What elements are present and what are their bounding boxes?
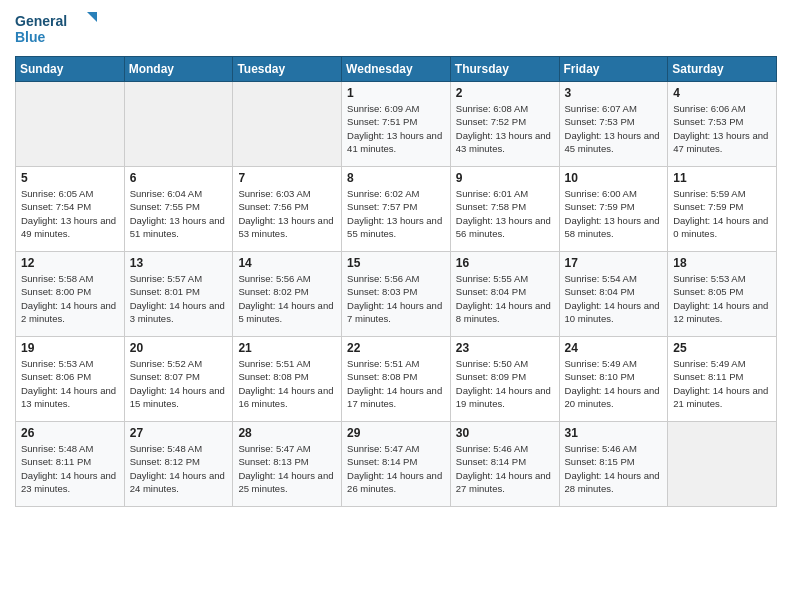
day-number: 20 <box>130 341 228 355</box>
calendar-cell: 13Sunrise: 5:57 AMSunset: 8:01 PMDayligh… <box>124 252 233 337</box>
day-info: Sunrise: 6:07 AMSunset: 7:53 PMDaylight:… <box>565 102 663 155</box>
day-number: 30 <box>456 426 554 440</box>
calendar-cell: 21Sunrise: 5:51 AMSunset: 8:08 PMDayligh… <box>233 337 342 422</box>
day-number: 1 <box>347 86 445 100</box>
day-number: 6 <box>130 171 228 185</box>
day-info: Sunrise: 5:52 AMSunset: 8:07 PMDaylight:… <box>130 357 228 410</box>
svg-text:General: General <box>15 13 67 29</box>
week-row-4: 19Sunrise: 5:53 AMSunset: 8:06 PMDayligh… <box>16 337 777 422</box>
calendar-cell: 6Sunrise: 6:04 AMSunset: 7:55 PMDaylight… <box>124 167 233 252</box>
day-number: 27 <box>130 426 228 440</box>
calendar-cell: 30Sunrise: 5:46 AMSunset: 8:14 PMDayligh… <box>450 422 559 507</box>
day-number: 26 <box>21 426 119 440</box>
day-number: 28 <box>238 426 336 440</box>
day-info: Sunrise: 6:06 AMSunset: 7:53 PMDaylight:… <box>673 102 771 155</box>
calendar-cell: 31Sunrise: 5:46 AMSunset: 8:15 PMDayligh… <box>559 422 668 507</box>
day-number: 29 <box>347 426 445 440</box>
calendar-cell: 23Sunrise: 5:50 AMSunset: 8:09 PMDayligh… <box>450 337 559 422</box>
week-row-2: 5Sunrise: 6:05 AMSunset: 7:54 PMDaylight… <box>16 167 777 252</box>
calendar-cell: 9Sunrise: 6:01 AMSunset: 7:58 PMDaylight… <box>450 167 559 252</box>
calendar-cell: 28Sunrise: 5:47 AMSunset: 8:13 PMDayligh… <box>233 422 342 507</box>
day-info: Sunrise: 6:00 AMSunset: 7:59 PMDaylight:… <box>565 187 663 240</box>
day-info: Sunrise: 5:47 AMSunset: 8:13 PMDaylight:… <box>238 442 336 495</box>
calendar-cell: 29Sunrise: 5:47 AMSunset: 8:14 PMDayligh… <box>342 422 451 507</box>
day-info: Sunrise: 5:49 AMSunset: 8:10 PMDaylight:… <box>565 357 663 410</box>
calendar-cell: 12Sunrise: 5:58 AMSunset: 8:00 PMDayligh… <box>16 252 125 337</box>
day-info: Sunrise: 5:53 AMSunset: 8:06 PMDaylight:… <box>21 357 119 410</box>
weekday-header-saturday: Saturday <box>668 57 777 82</box>
calendar-cell: 17Sunrise: 5:54 AMSunset: 8:04 PMDayligh… <box>559 252 668 337</box>
day-number: 5 <box>21 171 119 185</box>
day-number: 22 <box>347 341 445 355</box>
calendar-cell: 4Sunrise: 6:06 AMSunset: 7:53 PMDaylight… <box>668 82 777 167</box>
day-number: 2 <box>456 86 554 100</box>
day-info: Sunrise: 5:54 AMSunset: 8:04 PMDaylight:… <box>565 272 663 325</box>
calendar-cell: 19Sunrise: 5:53 AMSunset: 8:06 PMDayligh… <box>16 337 125 422</box>
day-number: 14 <box>238 256 336 270</box>
day-info: Sunrise: 5:49 AMSunset: 8:11 PMDaylight:… <box>673 357 771 410</box>
day-info: Sunrise: 6:04 AMSunset: 7:55 PMDaylight:… <box>130 187 228 240</box>
calendar-cell: 1Sunrise: 6:09 AMSunset: 7:51 PMDaylight… <box>342 82 451 167</box>
day-number: 31 <box>565 426 663 440</box>
calendar-cell <box>233 82 342 167</box>
day-info: Sunrise: 5:55 AMSunset: 8:04 PMDaylight:… <box>456 272 554 325</box>
weekday-header-thursday: Thursday <box>450 57 559 82</box>
calendar-cell: 25Sunrise: 5:49 AMSunset: 8:11 PMDayligh… <box>668 337 777 422</box>
day-number: 10 <box>565 171 663 185</box>
day-number: 7 <box>238 171 336 185</box>
calendar-cell: 16Sunrise: 5:55 AMSunset: 8:04 PMDayligh… <box>450 252 559 337</box>
calendar-cell <box>124 82 233 167</box>
calendar-cell: 8Sunrise: 6:02 AMSunset: 7:57 PMDaylight… <box>342 167 451 252</box>
calendar-cell: 27Sunrise: 5:48 AMSunset: 8:12 PMDayligh… <box>124 422 233 507</box>
day-info: Sunrise: 5:59 AMSunset: 7:59 PMDaylight:… <box>673 187 771 240</box>
day-info: Sunrise: 5:58 AMSunset: 8:00 PMDaylight:… <box>21 272 119 325</box>
weekday-header-row: SundayMondayTuesdayWednesdayThursdayFrid… <box>16 57 777 82</box>
calendar-container: General Blue SundayMondayTuesdayWednesda… <box>0 0 792 522</box>
day-number: 21 <box>238 341 336 355</box>
day-number: 15 <box>347 256 445 270</box>
logo: General Blue <box>15 10 105 48</box>
day-number: 8 <box>347 171 445 185</box>
calendar-cell: 2Sunrise: 6:08 AMSunset: 7:52 PMDaylight… <box>450 82 559 167</box>
day-info: Sunrise: 6:09 AMSunset: 7:51 PMDaylight:… <box>347 102 445 155</box>
header: General Blue <box>15 10 777 48</box>
day-number: 18 <box>673 256 771 270</box>
day-info: Sunrise: 6:01 AMSunset: 7:58 PMDaylight:… <box>456 187 554 240</box>
day-info: Sunrise: 5:51 AMSunset: 8:08 PMDaylight:… <box>238 357 336 410</box>
calendar-cell: 5Sunrise: 6:05 AMSunset: 7:54 PMDaylight… <box>16 167 125 252</box>
calendar-cell <box>16 82 125 167</box>
calendar-cell: 26Sunrise: 5:48 AMSunset: 8:11 PMDayligh… <box>16 422 125 507</box>
day-info: Sunrise: 5:48 AMSunset: 8:11 PMDaylight:… <box>21 442 119 495</box>
day-number: 12 <box>21 256 119 270</box>
calendar-cell: 7Sunrise: 6:03 AMSunset: 7:56 PMDaylight… <box>233 167 342 252</box>
calendar-cell: 11Sunrise: 5:59 AMSunset: 7:59 PMDayligh… <box>668 167 777 252</box>
day-info: Sunrise: 5:53 AMSunset: 8:05 PMDaylight:… <box>673 272 771 325</box>
calendar-cell: 20Sunrise: 5:52 AMSunset: 8:07 PMDayligh… <box>124 337 233 422</box>
day-info: Sunrise: 5:56 AMSunset: 8:02 PMDaylight:… <box>238 272 336 325</box>
day-number: 3 <box>565 86 663 100</box>
day-info: Sunrise: 6:02 AMSunset: 7:57 PMDaylight:… <box>347 187 445 240</box>
day-number: 13 <box>130 256 228 270</box>
calendar-cell: 18Sunrise: 5:53 AMSunset: 8:05 PMDayligh… <box>668 252 777 337</box>
day-number: 16 <box>456 256 554 270</box>
day-info: Sunrise: 5:56 AMSunset: 8:03 PMDaylight:… <box>347 272 445 325</box>
calendar-cell: 24Sunrise: 5:49 AMSunset: 8:10 PMDayligh… <box>559 337 668 422</box>
weekday-header-monday: Monday <box>124 57 233 82</box>
day-number: 11 <box>673 171 771 185</box>
day-number: 19 <box>21 341 119 355</box>
logo-svg: General Blue <box>15 10 105 48</box>
weekday-header-wednesday: Wednesday <box>342 57 451 82</box>
day-number: 23 <box>456 341 554 355</box>
calendar-cell: 3Sunrise: 6:07 AMSunset: 7:53 PMDaylight… <box>559 82 668 167</box>
day-number: 4 <box>673 86 771 100</box>
calendar-cell: 15Sunrise: 5:56 AMSunset: 8:03 PMDayligh… <box>342 252 451 337</box>
svg-text:Blue: Blue <box>15 29 46 45</box>
day-number: 9 <box>456 171 554 185</box>
calendar-cell: 22Sunrise: 5:51 AMSunset: 8:08 PMDayligh… <box>342 337 451 422</box>
svg-marker-2 <box>87 12 97 22</box>
day-info: Sunrise: 5:48 AMSunset: 8:12 PMDaylight:… <box>130 442 228 495</box>
day-number: 25 <box>673 341 771 355</box>
weekday-header-friday: Friday <box>559 57 668 82</box>
day-info: Sunrise: 6:03 AMSunset: 7:56 PMDaylight:… <box>238 187 336 240</box>
week-row-5: 26Sunrise: 5:48 AMSunset: 8:11 PMDayligh… <box>16 422 777 507</box>
